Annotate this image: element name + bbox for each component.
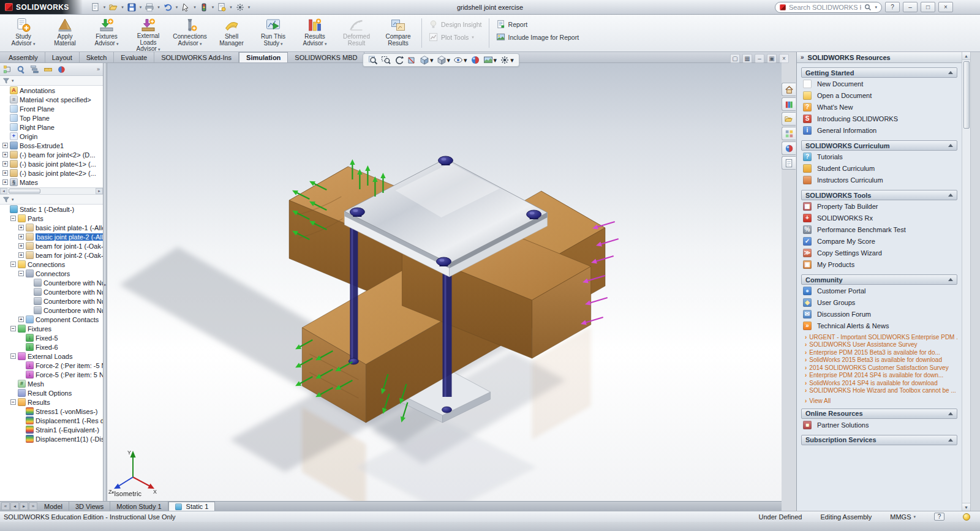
tab-assembly[interactable]: Assembly — [2, 52, 45, 62]
tree-horizontal-scrollbar[interactable]: ◂ ▸ — [0, 187, 103, 195]
collapse-icon[interactable]: − — [10, 399, 16, 405]
feature-tree-item-mates[interactable]: +§Mates — [0, 178, 103, 187]
study-advisor-button[interactable]: Study Advisor ▾ — [3, 15, 43, 51]
document-tab-static-1[interactable]: Static 1 — [168, 502, 216, 511]
study-tree-item-basic-joint-plate-1-alloy-st[interactable]: +basic joint plate-1 (-Alloy St... — [0, 223, 103, 232]
study-tree-item-mesh[interactable]: #Mesh — [0, 379, 103, 388]
tutorials-link[interactable]: ?Tutorials — [801, 151, 957, 162]
study-tree-item-fixed-6[interactable]: ↓Fixed-6 — [0, 342, 103, 352]
solidworks-rx-link[interactable]: +SOLIDWORKS Rx — [801, 212, 957, 224]
new-document-link[interactable]: New Document — [801, 78, 957, 89]
search-icon[interactable] — [864, 4, 872, 11]
displaymanager-tab[interactable] — [55, 64, 67, 75]
collapse-section-icon[interactable] — [948, 194, 953, 197]
tab-simulation[interactable]: Simulation — [239, 52, 288, 62]
news-link[interactable]: ›SOLIDWORKS User Assistance Survey — [805, 341, 957, 348]
technical-alerts-news-link[interactable]: »Technical Alerts & News — [801, 320, 957, 331]
open-button[interactable] — [107, 1, 120, 13]
feature-tree-item-boss-extrude1[interactable]: +Boss-Extrude1 — [0, 141, 103, 150]
apply-material-button[interactable]: Apply Material — [45, 15, 85, 51]
new-window-button[interactable]: ▢ — [730, 54, 740, 63]
study-tree-item-component-contacts[interactable]: +Component Contacts — [0, 315, 103, 324]
compare-results-button[interactable]: Compare Results — [378, 15, 418, 51]
scroll-thumb[interactable] — [9, 189, 40, 194]
study-tree-item-external-loads[interactable]: −External Loads — [0, 352, 103, 361]
shell-manager-button[interactable]: Shell Manager — [211, 15, 252, 51]
new-document-button[interactable] — [89, 1, 102, 13]
study-tree-item-basic-joint-plate-2-alloy-st[interactable]: +basic joint plate-2 (-Alloy St... — [0, 232, 103, 241]
performance-benchmark-test-link[interactable]: %Performance Benchmark Test — [801, 224, 957, 235]
expand-icon[interactable]: + — [18, 234, 24, 239]
filter-dropdown-icon[interactable]: ▾ — [12, 78, 14, 83]
collapse-section-icon[interactable] — [948, 71, 953, 74]
close-button[interactable]: × — [938, 2, 953, 12]
propertymanager-tab[interactable] — [15, 64, 27, 75]
file-explorer-tab[interactable] — [782, 112, 796, 126]
tile-windows-button[interactable]: ▦ — [742, 54, 752, 63]
study-tree-item-connections[interactable]: −Connections — [0, 260, 103, 269]
feature-tree-item-origin[interactable]: +Origin — [0, 132, 103, 141]
feature-tree-item-front-plane[interactable]: Front Plane — [0, 104, 103, 113]
dimxpertmanager-tab[interactable] — [42, 64, 54, 75]
news-link[interactable]: ›Enterprise PDM 2014 SP4 is available fo… — [805, 372, 957, 378]
news-link[interactable]: ›Enterprise PDM 2015 Beta3 is available … — [805, 349, 957, 356]
restore-document-button[interactable]: ▣ — [767, 54, 777, 63]
filter-funnel-icon[interactable] — [2, 77, 10, 85]
previous-tab-button[interactable]: ◂ — [10, 502, 19, 510]
collapse-section-icon[interactable] — [948, 412, 953, 415]
feature-tree-item-right-plane[interactable]: Right Plane — [0, 122, 103, 132]
units-selector[interactable]: MMGS▾ — [890, 513, 916, 521]
previous-view-button[interactable] — [393, 55, 404, 66]
document-tab-3d-views[interactable]: 3D Views — [69, 502, 110, 511]
connections-advisor-button[interactable]: Connections Advisor ▾ — [170, 15, 210, 51]
help-button[interactable]: ? — [885, 2, 900, 12]
select-button[interactable] — [179, 1, 192, 13]
study-tree-item-static-1-default[interactable]: Static 1 (-Default-) — [0, 205, 103, 214]
feature-tree-item-basic-joint-plate-2[interactable]: +(-) basic joint plate<2> (... — [0, 168, 103, 178]
news-link[interactable]: ›URGENT - Important SOLIDWORKS Enterpris… — [805, 334, 957, 341]
scroll-thumb[interactable] — [963, 61, 970, 129]
first-tab-button[interactable]: « — [1, 502, 10, 510]
rebuild-button[interactable] — [197, 1, 211, 13]
scroll-left-icon[interactable]: ◂ — [0, 188, 7, 194]
study-tree-item-displacement1-res-disp[interactable]: Displacement1 (-Res disp-) — [0, 416, 103, 425]
last-tab-button[interactable]: » — [29, 502, 37, 510]
feature-tree-item-beam-for-joint-2-d[interactable]: +(-) beam for joint<2> (D... — [0, 150, 103, 159]
introducing-solidworks-link[interactable]: SIntroducing SOLIDWORKS — [801, 113, 957, 124]
copy-settings-wizard-link[interactable]: ≫Copy Settings Wizard — [801, 247, 957, 258]
featuremanager-tree-tab[interactable] — [1, 64, 13, 75]
expand-icon[interactable]: + — [2, 152, 8, 157]
collapse-icon[interactable]: − — [10, 353, 16, 359]
expand-icon[interactable]: + — [18, 243, 24, 249]
customer-portal-link[interactable]: ●Customer Portal — [801, 285, 957, 296]
restore-button[interactable]: □ — [921, 2, 935, 12]
collapse-section-icon[interactable] — [948, 144, 953, 147]
study-tree-item-connectors[interactable]: −Connectors — [0, 269, 103, 278]
study-tree-item-counterbore-with-nut-5[interactable]: Counterbore with Nut-5 — [0, 306, 103, 315]
zoom-area-button[interactable] — [380, 55, 391, 66]
save-button[interactable] — [125, 1, 138, 13]
study-tree-item-displacement1-1-displace[interactable]: Displacement1(1) (-Displace... — [0, 434, 103, 443]
view-settings-button[interactable]: ▾ — [499, 55, 514, 66]
property-tab-builder-link[interactable]: ▦Property Tab Builder — [801, 200, 957, 212]
minimize-button[interactable]: – — [903, 2, 918, 12]
configurationmanager-tab[interactable] — [28, 64, 40, 75]
study-tree-item-force-5-per-item-5-n[interactable]: ↓Force-5 (:Per item: 5 N:) — [0, 370, 103, 379]
view-all-link[interactable]: ›View All — [801, 397, 957, 404]
options-button[interactable] — [233, 1, 247, 13]
apply-scene-button[interactable]: ▾ — [483, 55, 498, 66]
scroll-right-icon[interactable]: ▸ — [96, 188, 103, 194]
open-a-document-link[interactable]: Open a Document — [801, 89, 957, 101]
results-advisor-button[interactable]: Results Advisor ▾ — [295, 15, 335, 51]
status-help-icon[interactable]: ? — [934, 513, 944, 521]
news-link[interactable]: ›SolidWorks 2015 Beta3 is available for … — [805, 356, 957, 363]
instructors-curriculum-link[interactable]: Instructors Curriculum — [801, 174, 957, 186]
collapse-icon[interactable]: − — [10, 262, 16, 267]
expand-icon[interactable]: + — [2, 143, 8, 148]
partner-solutions-link[interactable]: ■Partner Solutions — [801, 419, 957, 431]
close-document-button[interactable]: × — [779, 54, 789, 63]
user-groups-link[interactable]: ◆User Groups — [801, 296, 957, 308]
feature-tree-item-annotations[interactable]: AAnnotations — [0, 86, 103, 95]
news-link[interactable]: ›SolidWorks 2014 SP4 is available for do… — [805, 380, 957, 386]
expand-icon[interactable]: + — [2, 170, 8, 176]
